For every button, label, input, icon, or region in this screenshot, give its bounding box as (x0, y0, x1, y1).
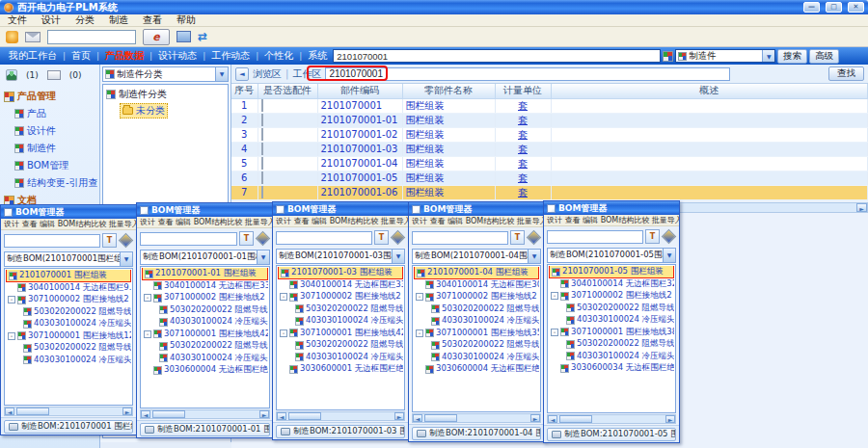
tree-node[interactable]: 3030600004 无边框围栏绝缘板 (414, 363, 539, 376)
checkbox[interactable] (261, 114, 263, 126)
menu-item[interactable]: 分类 (75, 13, 95, 27)
collapse-icon[interactable]: - (551, 292, 558, 300)
cell-part-code[interactable]: 2101070001-03 (317, 142, 402, 156)
cell-part-name[interactable]: 围栏组装 (402, 127, 495, 142)
tree-root-node[interactable]: 2101070001-04 围栏组装 (414, 267, 539, 279)
collapse-icon[interactable]: - (8, 332, 15, 340)
bom-horizontal-scrollbar[interactable]: ◄► (140, 409, 270, 419)
classification-combo[interactable]: 制造件分类 ▼ (102, 66, 229, 82)
scroll-left-icon[interactable]: ◄ (141, 410, 150, 418)
search-button[interactable]: 搜索 (777, 49, 807, 64)
nav-tab[interactable]: 我的工作台 (5, 49, 61, 63)
cell-part-name[interactable]: 围栏组装 (402, 113, 495, 127)
advanced-button[interactable]: 高级 (809, 49, 839, 64)
cell-part-code[interactable]: 2101070001-06 (317, 185, 402, 199)
sidebar-item[interactable]: 设计件 (2, 122, 97, 140)
collapse-icon[interactable]: - (280, 329, 287, 337)
cell-unit[interactable]: 套 (495, 171, 551, 185)
tree-node[interactable]: 403030100024 冷压端头2 (549, 314, 674, 327)
tree-node[interactable]: 503020200022 阻燃导线0.1 (142, 304, 268, 317)
sidebar-group[interactable]: 产品管理 (2, 88, 97, 105)
nav-tab[interactable]: 设计动态 (154, 49, 201, 63)
cell-part-code[interactable]: 2101070001-02 (317, 127, 402, 142)
scroll-thumb[interactable] (424, 414, 457, 422)
tree-root-node[interactable]: 2101070001-03 围栏组装 (278, 267, 403, 279)
find-button[interactable]: 查找 (828, 66, 864, 81)
column-header[interactable]: 概述 (551, 84, 868, 98)
filter-icon[interactable] (391, 230, 406, 246)
filter-icon[interactable] (662, 229, 677, 245)
tree-node[interactable]: 3030600001 无边框围栏绝缘板 (278, 363, 403, 376)
checkbox[interactable] (261, 157, 263, 170)
scroll-left-icon[interactable]: ◄ (277, 412, 286, 420)
scroll-right-icon[interactable]: ► (530, 414, 540, 422)
tree-root-node[interactable]: 2101070001-01 围栏组装 (142, 268, 268, 280)
minimize-button[interactable]: — (803, 2, 820, 13)
scroll-right-icon[interactable]: ► (394, 412, 404, 420)
bom-menu-bar[interactable]: 设计 查看 编辑 BOM结构比较 批量导入/导出 帮助 (137, 217, 273, 228)
bom-search-input[interactable] (4, 234, 100, 248)
bom-footer-tab[interactable]: 制造BOM:2101070001-05 围栏组装 (547, 428, 676, 441)
chevron-down-icon[interactable]: ▼ (257, 250, 269, 264)
tree-node[interactable]: 503020200022 阻燃导线0.1 (549, 303, 674, 315)
filter-icon[interactable] (527, 230, 542, 246)
sidebar-item[interactable]: 制造件 (2, 140, 97, 157)
tree-node[interactable]: -3071000001 围栏接地线42 (142, 329, 268, 341)
cell-unit[interactable]: 套 (495, 142, 551, 156)
chevron-down-icon[interactable]: ▼ (528, 250, 540, 263)
menu-item[interactable]: 制造 (109, 13, 128, 27)
tree-node[interactable]: 3040100014 无边框围栏33.45 (278, 279, 403, 292)
tree-node[interactable]: 503020200022 阻燃导线0.1 (6, 342, 131, 355)
tree-node[interactable]: 3040100014 无边框围栏32.4 (549, 278, 674, 291)
cell-part-name[interactable]: 围栏组装 (402, 98, 495, 113)
locate-button[interactable]: T (510, 230, 525, 245)
chevron-down-icon[interactable]: ▼ (762, 50, 774, 62)
bom-menu-bar[interactable]: 设计 查看 编辑 BOM结构比较 批量导入/导出 帮助 (409, 216, 544, 227)
part-type-select[interactable]: 制造件 ▼ (675, 49, 775, 63)
column-header[interactable]: 部件编码 (317, 84, 402, 98)
tree-root-node[interactable]: 2101070001 围栏组装 (6, 270, 131, 282)
nav-tab[interactable]: 首页 (68, 49, 95, 63)
column-header[interactable]: 零部件名称 (402, 84, 495, 98)
checkbox[interactable] (261, 143, 263, 155)
bom-horizontal-scrollbar[interactable]: ◄► (412, 413, 541, 423)
cell-part-code[interactable]: 2101070001-01 (317, 113, 402, 127)
column-header[interactable]: 序号 (231, 84, 258, 98)
bom-horizontal-scrollbar[interactable]: ◄► (276, 411, 405, 421)
workspace-code-input[interactable] (325, 67, 730, 81)
bom-manager-window[interactable]: BOM管理器设计 查看 编辑 BOM结构比较 批量导入/导出 帮助T制造BOM(… (136, 202, 274, 438)
cell-unit[interactable]: 套 (495, 127, 551, 142)
checkbox[interactable] (261, 128, 263, 141)
menu-item[interactable]: 设计 (41, 13, 61, 27)
bom-search-input[interactable] (547, 230, 643, 244)
bom-horizontal-scrollbar[interactable]: ◄► (4, 407, 133, 416)
cell-part-name[interactable]: 围栏组装 (402, 185, 495, 199)
cell-part-code[interactable]: 2101070001-05 (317, 171, 402, 185)
bom-window-titlebar[interactable]: BOM管理器 (544, 201, 679, 215)
bom-search-input[interactable] (276, 231, 372, 245)
table-row[interactable]: 52101070001-04围栏组装套 (231, 156, 868, 171)
collapse-icon[interactable]: - (8, 296, 15, 303)
tree-node[interactable]: 403030100024 冷压端头2 (278, 352, 403, 364)
cell-unit[interactable]: 套 (495, 156, 551, 171)
cell-unit[interactable]: 套 (495, 185, 551, 199)
bom-menu-bar[interactable]: 设计 查看 编辑 BOM结构比较 批量导入/导出 帮助 (273, 216, 408, 227)
bom-manager-window[interactable]: BOM管理器设计 查看 编辑 BOM结构比较 批量导入/导出 帮助T制造BOM(… (0, 204, 137, 435)
bom-footer-tab[interactable]: 制造BOM:2101070001-01 围栏组装 (140, 423, 270, 436)
locate-button[interactable]: T (374, 230, 389, 245)
bom-manager-window[interactable]: BOM管理器设计 查看 编辑 BOM结构比较 批量导入/导出 帮助T制造BOM(… (408, 201, 545, 442)
tree-node[interactable]: 403030100024 冷压端头2 (6, 355, 131, 367)
checkbox[interactable] (261, 99, 263, 112)
cell-unit[interactable]: 套 (495, 113, 551, 127)
tree-node[interactable]: 3030600034 无边框围栏绝缘板 (549, 362, 674, 375)
tree-node[interactable]: 3030600004 无边框围栏绝缘板 (142, 364, 268, 377)
nav-tab[interactable]: 系统 (304, 49, 331, 63)
collapse-icon[interactable]: - (416, 329, 423, 337)
table-row[interactable]: 42101070001-03围栏组装套 (231, 142, 868, 156)
bom-window-titlebar[interactable]: BOM管理器 (137, 203, 273, 217)
tree-node[interactable]: 503020200022 阻燃导线0.1 (414, 339, 539, 352)
tree-node[interactable]: 503020200022 阻燃导线0.1 (6, 306, 131, 319)
cell-part-code[interactable]: 2101070001-04 (317, 156, 402, 171)
tree-node[interactable]: 3040100014 无边框围栏33.45 (142, 280, 268, 293)
bom-menu-bar[interactable]: 设计 查看 编辑 BOM结构比较 批量导入/导出 帮助 (544, 215, 679, 226)
